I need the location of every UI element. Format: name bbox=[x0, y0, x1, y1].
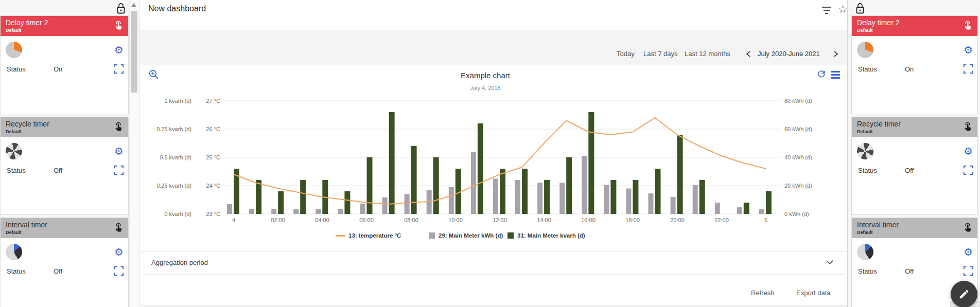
bar-kvarh bbox=[633, 180, 638, 214]
bar-kvarh bbox=[433, 157, 439, 214]
axis-tick-label: 0 kWh (d) bbox=[784, 210, 831, 218]
scroll-up-arrow[interactable] bbox=[131, 3, 136, 7]
fullscreen-icon[interactable] bbox=[114, 266, 124, 276]
legend-line-swatch bbox=[336, 235, 345, 237]
legend-box-swatch bbox=[507, 232, 514, 239]
legend-label: 29: Main Meter kWh (d) bbox=[439, 232, 503, 239]
status-value: Off bbox=[905, 267, 914, 275]
scrollbar-thumb[interactable] bbox=[131, 11, 137, 93]
range-today-button[interactable]: Today bbox=[617, 50, 635, 58]
x-axis-tick-label: 14:00 bbox=[529, 217, 559, 223]
status-label: Status bbox=[858, 65, 877, 73]
legend-label: 13: temperature °C bbox=[348, 232, 401, 239]
touch-icon[interactable] bbox=[962, 222, 973, 233]
bar-kwh bbox=[715, 203, 720, 214]
bar-kwh bbox=[737, 207, 742, 214]
card-subtitle: Default bbox=[857, 230, 972, 236]
zoom-in-icon[interactable] bbox=[148, 69, 160, 80]
legend-item-temperature[interactable]: 13: temperature °C bbox=[336, 232, 401, 239]
filter-icon[interactable] bbox=[821, 7, 832, 15]
divider bbox=[144, 274, 844, 275]
legend-item-kwh[interactable]: 29: Main Meter kWh (d) bbox=[429, 232, 503, 239]
widget-card-recycle-timer: Recycle timer Default ⚙ Status Off bbox=[0, 117, 129, 215]
axis-tick-label: 0.25 kvarh (d) bbox=[144, 182, 191, 189]
period-prev-icon[interactable] bbox=[745, 50, 751, 58]
legend-item-kvarh[interactable]: 31: Main Meter kvarh (d) bbox=[507, 232, 585, 239]
chart-menu-icon[interactable] bbox=[831, 71, 840, 80]
gear-icon[interactable]: ⚙ bbox=[113, 246, 125, 258]
gear-icon[interactable]: ⚙ bbox=[962, 44, 974, 56]
recycle-timer-icon bbox=[6, 143, 22, 159]
chevron-down-icon[interactable] bbox=[826, 259, 834, 265]
status-value: Off bbox=[905, 167, 914, 174]
aggregation-period-label[interactable]: Aggregation period bbox=[151, 259, 208, 266]
delay-timer-icon bbox=[6, 42, 22, 58]
status-label: Status bbox=[858, 167, 877, 174]
fullscreen-icon[interactable] bbox=[114, 64, 124, 74]
period-next-icon[interactable] bbox=[833, 50, 839, 58]
fullscreen-icon[interactable] bbox=[963, 266, 973, 276]
touch-icon[interactable] bbox=[113, 121, 124, 133]
chart-refresh-icon[interactable] bbox=[816, 69, 827, 79]
delay-timer-icon bbox=[857, 42, 873, 58]
lock-icon[interactable] bbox=[115, 2, 127, 15]
axis-tick-label: 1 kvarh (d) bbox=[144, 97, 191, 104]
temperature-line bbox=[234, 118, 766, 204]
x-axis-tick-label: 04:00 bbox=[307, 217, 338, 223]
bar-kwh bbox=[649, 193, 654, 214]
export-data-button[interactable]: Export data bbox=[796, 289, 831, 297]
card-header: Delay timer 2 Default bbox=[1, 16, 128, 36]
card-title: Recycle timer bbox=[6, 119, 123, 129]
bar-kvarh bbox=[677, 135, 683, 214]
range-7days-button[interactable]: Last 7 days bbox=[643, 50, 678, 58]
axis-tick-label: 40 kWh (d) bbox=[784, 154, 831, 161]
x-axis-tick-label: 5 bbox=[750, 217, 781, 223]
touch-icon[interactable] bbox=[962, 20, 973, 31]
period-label[interactable]: July 2020-June 2021 bbox=[758, 50, 820, 58]
bar-kvarh bbox=[411, 146, 417, 214]
gear-icon[interactable]: ⚙ bbox=[113, 44, 125, 56]
card-title: Recycle timer bbox=[857, 119, 972, 129]
fullscreen-icon[interactable] bbox=[963, 64, 973, 74]
card-header: Recycle timer Default bbox=[1, 117, 128, 137]
axis-tick-label: 0 kvarh (d) bbox=[144, 210, 191, 218]
bar-kwh bbox=[227, 204, 232, 214]
range-12months-button[interactable]: Last 12 months bbox=[685, 50, 730, 58]
fullscreen-icon[interactable] bbox=[963, 165, 973, 175]
touch-icon[interactable] bbox=[113, 222, 124, 233]
bar-kwh bbox=[559, 183, 565, 214]
gear-icon[interactable]: ⚙ bbox=[113, 145, 125, 157]
favorite-star-icon[interactable]: ☆ bbox=[838, 4, 848, 15]
dashboard-app: { "header": { "title": "New dashboard" }… bbox=[0, 0, 980, 307]
widget-card-interval-timer: Interval timer Default ⚙ Status Off bbox=[0, 218, 129, 307]
card-subtitle: Default bbox=[857, 129, 972, 135]
main-header-band bbox=[140, 0, 847, 30]
card-header: Delay timer 2 Default bbox=[852, 16, 977, 36]
bar-kvarh bbox=[300, 180, 306, 214]
fullscreen-icon[interactable] bbox=[114, 165, 124, 175]
chart-plot bbox=[224, 97, 780, 216]
gear-icon[interactable]: ⚙ bbox=[962, 246, 974, 258]
edit-fab-button[interactable] bbox=[951, 281, 977, 307]
card-title: Interval timer bbox=[857, 220, 972, 230]
widget-card-delay-timer: Delay timer 2 Default ⚙ Status On bbox=[0, 15, 129, 114]
pencil-icon bbox=[958, 288, 970, 300]
card-title: Interval timer bbox=[6, 220, 123, 230]
x-axis-tick-label: 18:00 bbox=[617, 217, 648, 223]
touch-icon[interactable] bbox=[113, 20, 124, 31]
bar-kwh bbox=[604, 185, 609, 214]
x-axis-tick-label: 4 bbox=[218, 217, 249, 223]
bar-kwh bbox=[338, 209, 343, 214]
bar-kvarh bbox=[566, 157, 572, 214]
card-header: Interval timer Default bbox=[1, 218, 128, 238]
bar-kvarh bbox=[344, 191, 350, 214]
touch-icon[interactable] bbox=[962, 121, 973, 133]
card-subtitle: Default bbox=[6, 28, 123, 33]
lock-icon[interactable] bbox=[854, 2, 866, 15]
refresh-button[interactable]: Refresh bbox=[751, 289, 775, 297]
bar-kwh bbox=[626, 189, 631, 214]
bar-kvarh bbox=[389, 112, 395, 214]
bar-kvarh bbox=[478, 123, 483, 214]
gear-icon[interactable]: ⚙ bbox=[962, 145, 974, 157]
bar-kvarh bbox=[744, 203, 749, 214]
